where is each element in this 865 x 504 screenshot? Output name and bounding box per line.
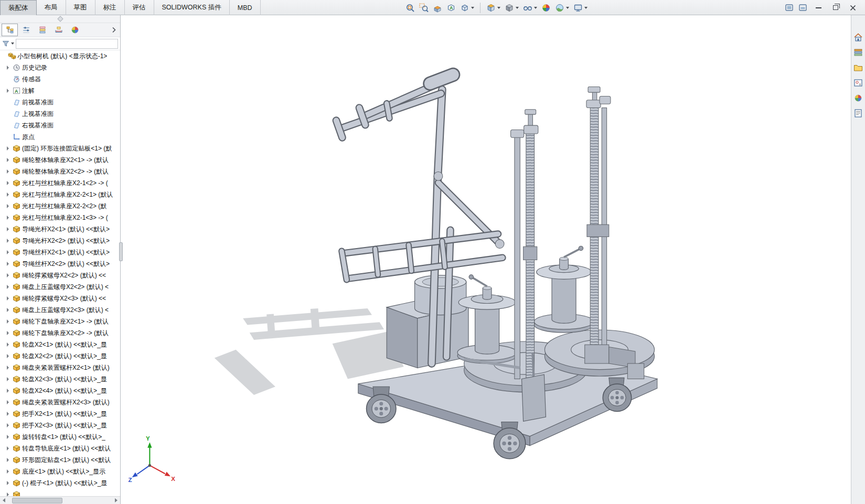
panel-tab-dimxpertmanager[interactable]: [50, 24, 67, 36]
tree-item[interactable]: [0, 489, 120, 496]
panel-tab-propertymanager[interactable]: [18, 24, 34, 36]
tree-item[interactable]: 把手X2<1> (默认) <<默认>_显: [0, 408, 120, 420]
view-settings-button[interactable]: [572, 1, 589, 15]
panel-tab-displaymanager[interactable]: [67, 24, 83, 36]
expand-arrow-icon[interactable]: [7, 412, 9, 416]
expand-arrow-icon[interactable]: [7, 446, 9, 451]
expand-arrow-icon[interactable]: [7, 354, 9, 358]
annotation-view-button[interactable]: A: [445, 1, 457, 15]
tree-item[interactable]: 原点: [0, 131, 120, 143]
tree-item[interactable]: 绳盘上压盖螺母X2<2> (默认) <: [0, 281, 120, 293]
expand-arrow-icon[interactable]: [7, 435, 9, 439]
filter-funnel-icon[interactable]: [2, 40, 14, 47]
model-rope-spool[interactable]: [535, 246, 594, 333]
panel-tab-featuremanager[interactable]: [2, 24, 18, 36]
task-pane-tab-design-library[interactable]: [852, 46, 864, 58]
dropdown-caret-icon[interactable]: [516, 7, 519, 9]
tree-item[interactable]: 光杠与丝杠轴承座X2-2<1> (默认: [0, 189, 120, 200]
expand-arrow-icon[interactable]: [7, 308, 9, 312]
task-pane-tab-custom-properties[interactable]: [852, 107, 864, 119]
dropdown-caret-icon[interactable]: [584, 7, 588, 9]
view-orientation-button[interactable]: [485, 1, 502, 15]
panel-flyout-chevron-icon[interactable]: [109, 27, 119, 33]
dropdown-caret-icon[interactable]: [471, 7, 474, 9]
expand-arrow-icon[interactable]: [7, 481, 9, 485]
expand-arrow-icon[interactable]: [7, 192, 9, 197]
expand-arrow-icon[interactable]: [7, 377, 9, 381]
model-wheel[interactable]: [603, 384, 631, 412]
task-pane-tab-view-palette[interactable]: [852, 77, 864, 89]
expand-arrow-icon[interactable]: [7, 262, 9, 266]
graphics-area[interactable]: Y X Z: [121, 15, 851, 504]
expand-arrow-icon[interactable]: [7, 331, 9, 335]
tab-sketch[interactable]: 草图: [66, 0, 95, 15]
minimize-button[interactable]: [811, 2, 825, 14]
display-style-button[interactable]: [503, 1, 520, 15]
tree-item[interactable]: 把手X2<3> (默认) <<默认>_显: [0, 420, 120, 431]
tree-item[interactable]: 轮盘X2<4> (默认) <<默认>_显: [0, 385, 120, 396]
expand-arrow-icon[interactable]: [7, 158, 9, 162]
expand-arrow-icon[interactable]: [7, 285, 9, 289]
tree-item[interactable]: 光杠与丝杠轴承座X2-2<2> (默: [0, 200, 120, 212]
maximize-button[interactable]: [829, 2, 842, 14]
expand-arrow-icon[interactable]: [7, 227, 9, 231]
assembly-3d-view[interactable]: Y X Z: [121, 15, 851, 504]
tree-item[interactable]: 上视基准面: [0, 108, 120, 120]
expand-arrow-icon[interactable]: [7, 146, 9, 151]
expand-arrow-icon[interactable]: [7, 239, 9, 243]
tree-item[interactable]: 右视基准面: [0, 120, 120, 131]
tree-item[interactable]: (-) 棍子<1> (默认) <<默认>_显: [0, 477, 120, 489]
apply-scene-button[interactable]: [553, 1, 571, 15]
tree-item[interactable]: 传感器: [0, 73, 120, 85]
tree-filter-input[interactable]: [16, 39, 118, 49]
expand-arrow-icon[interactable]: [7, 181, 9, 185]
task-pane-tab-solidworks-resources[interactable]: [852, 31, 864, 43]
expand-arrow-icon[interactable]: [7, 250, 9, 254]
tab-mbd[interactable]: MBD: [230, 0, 261, 15]
expand-arrow-icon[interactable]: [7, 273, 9, 277]
scrollbar-thumb[interactable]: [12, 498, 62, 503]
tab-solidworks-addins[interactable]: SOLIDWORKS 插件: [154, 0, 230, 15]
tree-item[interactable]: 旋转转盘<1> (默认) <<默认>_: [0, 431, 120, 443]
expand-arrow-icon[interactable]: [7, 389, 9, 393]
tree-horizontal-scrollbar[interactable]: [0, 496, 120, 504]
dropdown-caret-icon[interactable]: [534, 7, 537, 9]
edit-appearance-button[interactable]: [540, 1, 552, 15]
filter-dropdown-caret-icon[interactable]: [11, 42, 14, 45]
tree-item[interactable]: 底座<1> (默认) <<默认>_显示: [0, 466, 120, 477]
document-window-icon[interactable]: [784, 3, 794, 13]
scroll-left-button[interactable]: [0, 497, 8, 504]
close-button[interactable]: [846, 2, 860, 14]
tab-evaluate[interactable]: 评估: [125, 0, 154, 15]
expand-arrow-icon[interactable]: [7, 296, 9, 301]
panel-collapse-handle[interactable]: [57, 16, 63, 22]
model-wheel[interactable]: [367, 394, 396, 423]
tree-item[interactable]: 前视基准面: [0, 96, 120, 108]
tree-item[interactable]: 绳轮整体轴承座X2<1> -> (默认: [0, 154, 120, 166]
tree-item[interactable]: 绳盘夹紧装置螺杆X2<1> (默认): [0, 362, 120, 373]
tree-item[interactable]: 环形固定贴盘<1> (默认) <<默认: [0, 454, 120, 466]
tree-item[interactable]: 光杠与丝杠轴承座X2-1<2> -> (: [0, 177, 120, 189]
tree-item[interactable]: 轮盘X2<3> (默认) <<默认>_显: [0, 373, 120, 385]
expand-arrow-icon[interactable]: [7, 319, 9, 324]
expand-arrow-icon[interactable]: [7, 469, 9, 474]
tree-item[interactable]: 轮盘X2<1> (默认) <<默认>_显: [0, 339, 120, 350]
tree-item[interactable]: 转盘导轨底座<1> (默认) <<默认: [0, 443, 120, 454]
model-wheel[interactable]: [494, 428, 526, 459]
tree-item[interactable]: 绳轮撑紧螺母X2<3> (默认) <<: [0, 293, 120, 304]
zoom-to-area-button[interactable]: [418, 1, 430, 15]
document-window-icon[interactable]: [798, 3, 808, 13]
expand-arrow-icon[interactable]: [7, 89, 9, 93]
3d-drawing-view-button[interactable]: [458, 1, 476, 15]
tree-item[interactable]: 绳轮撑紧螺母X2<2> (默认) <<: [0, 270, 120, 281]
expand-arrow-icon[interactable]: [7, 458, 9, 462]
hide-show-items-button[interactable]: [521, 1, 539, 15]
expand-arrow-icon[interactable]: [7, 204, 9, 208]
tree-item[interactable]: 导绳丝杆X2<1> (默认) <<默认>: [0, 246, 120, 258]
tree-item[interactable]: 绳轮下盘轴承座X2<1> -> (默认: [0, 316, 120, 327]
expand-arrow-icon[interactable]: [7, 492, 9, 496]
task-pane-tab-appearances-scenes[interactable]: [852, 92, 864, 104]
tree-root-item[interactable]: 小型包树机 (默认) <显示状态-1>: [0, 50, 120, 62]
tree-item[interactable]: A注解: [0, 85, 120, 96]
tree-item[interactable]: 轮盘X2<2> (默认) <<默认>_显: [0, 350, 120, 362]
